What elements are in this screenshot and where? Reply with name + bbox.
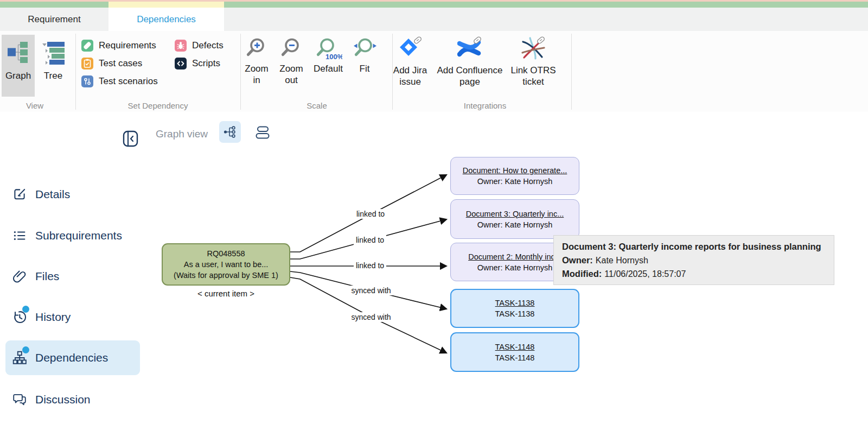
tooltip-title: Document 3: Quarterly income reports for… xyxy=(562,242,821,251)
ribbon: Graph Tree xyxy=(0,31,868,112)
zoom-in-icon xyxy=(244,37,269,61)
tab-requirement[interactable]: Requirement xyxy=(0,8,108,31)
fit-button[interactable]: Fit xyxy=(352,37,378,74)
requirement-title: As a user, I want to be... xyxy=(184,259,269,270)
current-requirement-node[interactable]: RQ048558 As a user, I want to be... (Wai… xyxy=(162,243,290,286)
fit-icon xyxy=(352,37,377,61)
zoom-out-button[interactable]: Zoom out xyxy=(278,37,305,86)
script-icon xyxy=(175,58,187,69)
graph-view-label: Graph xyxy=(5,71,31,81)
tooltip-modified-value: 11/06/2025, 18:57:07 xyxy=(604,269,686,279)
edge-label: synced with xyxy=(349,312,393,322)
add-jira-issue-label: Add Jira issue xyxy=(383,65,437,87)
requirement-icon xyxy=(81,40,93,52)
graph-view-icon xyxy=(7,35,30,67)
group-separator xyxy=(571,34,572,110)
requirements-label: Requirements xyxy=(99,40,156,51)
link-otrs-ticket-button[interactable]: Link OTRS ticket xyxy=(505,35,562,87)
task-subtitle: TASK-1138 xyxy=(495,308,535,319)
document-owner: Owner: Kate Hornysh xyxy=(477,219,553,230)
task-node[interactable]: TASK-1138 TASK-1138 xyxy=(450,289,579,328)
tree-view-button[interactable]: Tree xyxy=(38,35,68,97)
document-node[interactable]: Document 3: Quarterly inc... Owner: Kate… xyxy=(450,199,579,239)
active-tab-highlight-band xyxy=(108,2,224,8)
task-link[interactable]: TASK-1148 xyxy=(495,342,535,352)
test-scenarios-label: Test scenarios xyxy=(99,76,158,87)
set-dependency-defects[interactable]: Defects xyxy=(175,39,224,52)
scripts-label: Scripts xyxy=(192,58,220,69)
task-node[interactable]: TASK-1148 TASK-1148 xyxy=(450,332,579,372)
group-separator xyxy=(240,34,241,110)
set-dependency-requirements[interactable]: Requirements xyxy=(81,39,156,52)
test-case-icon xyxy=(81,58,93,69)
document-link[interactable]: Document 2: Monthly inc... xyxy=(468,251,561,262)
add-confluence-page-label: Add Confluence page xyxy=(435,65,505,87)
tree-view-icon xyxy=(41,35,66,67)
default-scale-icon: 100% xyxy=(314,37,342,61)
group-label-view: View xyxy=(0,101,89,110)
edge-label: linked to xyxy=(354,235,386,245)
otrs-icon xyxy=(521,35,546,60)
graph-view-button[interactable]: Graph xyxy=(2,35,35,97)
zoom-in-label: Zoom in xyxy=(243,63,270,86)
link-otrs-ticket-label: Link OTRS ticket xyxy=(505,65,562,87)
jira-icon xyxy=(398,35,423,60)
group-label-integrations: Integrations xyxy=(431,101,539,110)
tooltip-owner-label: Owner: xyxy=(562,255,593,265)
set-dependency-scripts[interactable]: Scripts xyxy=(175,57,220,70)
document-owner: Owner: Kate Hornysh xyxy=(477,262,553,273)
tree-view-label: Tree xyxy=(44,71,62,81)
default-scale-badge: 100% xyxy=(326,53,342,61)
test-cases-label: Test cases xyxy=(99,58,142,69)
defects-label: Defects xyxy=(192,40,224,51)
tooltip-owner-value: Kate Hornysh xyxy=(596,256,648,265)
add-jira-issue-button[interactable]: Add Jira issue xyxy=(383,35,437,87)
current-item-caption: < current item > xyxy=(162,289,290,298)
document-node[interactable]: Document: How to generate... Owner: Kate… xyxy=(450,157,579,195)
tab-bar: Requirement Dependencies xyxy=(0,8,868,31)
edge-label: linked to xyxy=(354,261,386,270)
group-label-scale: Scale xyxy=(263,101,371,110)
requirement-id: RQ048558 xyxy=(207,248,245,259)
add-confluence-page-button[interactable]: Add Confluence page xyxy=(435,35,505,87)
group-label-set-dependency: Set Dependency xyxy=(104,101,212,110)
document-link[interactable]: Document: How to generate... xyxy=(463,165,567,176)
set-dependency-test-scenarios[interactable]: Test scenarios xyxy=(81,75,158,88)
task-link[interactable]: TASK-1138 xyxy=(495,298,535,308)
task-subtitle: TASK-1148 xyxy=(495,352,535,363)
tooltip-modified-label: Modified: xyxy=(562,269,602,279)
default-scale-button[interactable]: 100% Default xyxy=(312,37,344,74)
confluence-icon xyxy=(457,35,482,60)
dependencies-canvas: Graph view D xyxy=(0,112,868,430)
edge-label: synced with xyxy=(349,286,393,295)
application-window: Requirement Dependencies Graph xyxy=(0,0,868,430)
zoom-out-icon xyxy=(279,37,304,61)
requirement-status: (Waits for approval by SME 1) xyxy=(174,270,278,281)
group-separator xyxy=(75,34,76,110)
fit-label: Fit xyxy=(360,63,370,74)
default-scale-label: Default xyxy=(314,63,343,74)
test-scenario-icon xyxy=(81,75,93,87)
edge-label: linked to xyxy=(354,209,387,219)
tab-dependencies[interactable]: Dependencies xyxy=(108,8,224,31)
defect-icon xyxy=(175,40,187,52)
node-tooltip: Document 3: Quarterly income reports for… xyxy=(553,235,834,285)
set-dependency-test-cases[interactable]: Test cases xyxy=(81,57,142,70)
zoom-out-label: Zoom out xyxy=(278,63,305,86)
document-owner: Owner: Kate Hornysh xyxy=(477,176,553,187)
document-link[interactable]: Document 3: Quarterly inc... xyxy=(466,208,564,219)
zoom-in-button[interactable]: Zoom in xyxy=(243,37,270,86)
